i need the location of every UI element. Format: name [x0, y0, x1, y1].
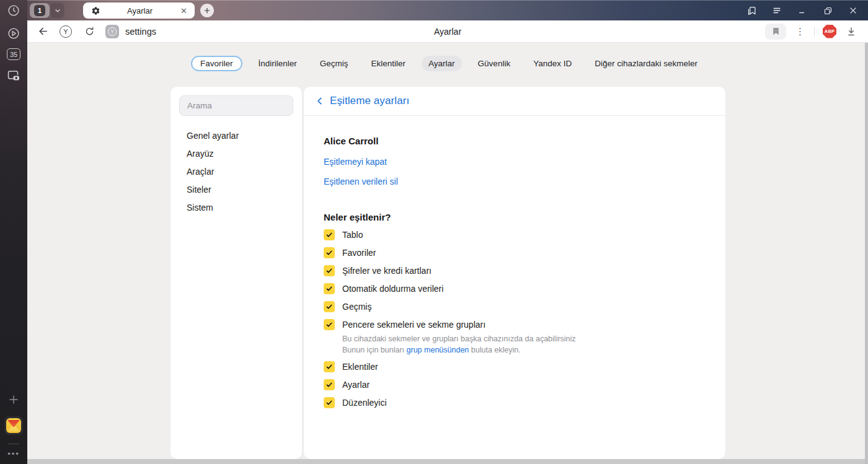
close-window-icon[interactable] [848, 5, 859, 16]
checkbox-checked-icon[interactable] [324, 301, 335, 312]
yandex-search-icon[interactable]: Y [60, 25, 72, 38]
nav-tab-guvenlik[interactable]: Güvenlik [471, 56, 518, 71]
sidebar-item-araclar[interactable]: Araçlar [170, 162, 302, 180]
checkbox-checked-icon[interactable] [324, 361, 335, 372]
restore-icon[interactable] [822, 5, 833, 16]
sync-header-back[interactable]: Eşitleme ayarları [304, 87, 725, 116]
sync-option-pencere-sekmeleri[interactable]: Pencere sekmeleri ve sekme grupları [324, 319, 706, 330]
extensions-menu-icon[interactable]: ⋮ [794, 27, 806, 36]
sync-option-description: Bu cihazdaki sekmeler ve grupları başka … [342, 333, 706, 356]
checkbox-checked-icon[interactable] [324, 247, 335, 258]
new-tab-button[interactable] [200, 4, 214, 17]
more-icon[interactable]: ••• [7, 449, 20, 458]
checkbox-checked-icon[interactable] [324, 283, 335, 294]
nav-tab-yandex-id[interactable]: Yandex ID [526, 56, 578, 71]
toolbar-separator [814, 27, 815, 37]
scrollbar[interactable] [865, 43, 868, 464]
address-bar-url[interactable]: settings [125, 27, 156, 37]
nav-tab-favoriler[interactable]: Favoriler [191, 56, 242, 71]
rail-divider [8, 444, 19, 444]
settings-top-nav: Favoriler İndirilenler Geçmiş Eklentiler… [27, 56, 868, 71]
sync-option-sifreler[interactable]: Şifreler ve kredi kartları [324, 265, 706, 276]
yandex-mail-icon[interactable] [4, 416, 23, 435]
sync-settings-panel: Eşitleme ayarları Alice Carroll Eşitleme… [304, 87, 725, 459]
tab-ayarlar[interactable]: Ayarlar ✕ [83, 2, 195, 19]
checkbox-checked-icon[interactable] [324, 229, 335, 240]
sync-items-heading: Neler eşitlenir? [324, 212, 706, 222]
sync-option-otomatik-doldurma[interactable]: Otomatik doldurma verileri [324, 283, 706, 294]
nav-tab-diger-cihazlar[interactable]: Diğer cihazlardaki sekmeler [588, 56, 704, 71]
group-menu-link[interactable]: grup menüsünden [407, 346, 469, 354]
titlebar: 1 Ayarlar ✕ [27, 0, 868, 20]
page-favicon: Y [105, 25, 119, 38]
close-icon[interactable]: ✕ [179, 6, 188, 15]
window-bottom-edge [27, 459, 868, 464]
nav-tab-eklentiler[interactable]: Eklentiler [365, 56, 413, 71]
disable-sync-link[interactable]: Eşitlemeyi kapat [324, 157, 706, 167]
checkbox-checked-icon[interactable] [324, 397, 335, 408]
gear-icon [91, 6, 100, 15]
bookmark-icon[interactable] [765, 24, 786, 40]
delete-synced-data-link[interactable]: Eşitlenen verileri sil [324, 177, 706, 186]
address-toolbar: Y Y settings Ayarlar ⋮ ABP [27, 20, 868, 43]
tab-group-count: 1 [34, 5, 45, 16]
sidebar-item-siteler[interactable]: Siteler [170, 180, 302, 198]
history-clock-icon[interactable] [6, 2, 22, 19]
sync-option-eklentiler[interactable]: Eklentiler [324, 361, 706, 372]
checkbox-checked-icon[interactable] [324, 265, 335, 276]
account-name: Alice Carroll [324, 136, 706, 146]
sync-option-tablo[interactable]: Tablo [324, 229, 706, 240]
play-media-icon[interactable] [6, 25, 22, 42]
nav-tab-ayarlar[interactable]: Ayarlar [422, 56, 462, 71]
abp-extension-icon[interactable]: ABP [823, 25, 836, 38]
sync-option-gecmis[interactable]: Geçmiş [324, 301, 706, 312]
sync-option-duzenleyici[interactable]: Düzenleyici [324, 397, 706, 408]
tab-group-button[interactable]: 1 [30, 3, 50, 18]
minimize-icon[interactable] [797, 5, 808, 16]
sidebar-item-arayuz[interactable]: Arayüz [170, 144, 302, 162]
bookmarks-panel-icon[interactable] [746, 5, 757, 16]
add-panel-icon[interactable] [6, 392, 22, 408]
checkbox-checked-icon[interactable] [324, 379, 335, 390]
back-icon[interactable] [35, 25, 51, 37]
sync-option-favoriler[interactable]: Favoriler [324, 247, 706, 258]
checkbox-checked-icon[interactable] [324, 319, 335, 330]
menu-icon[interactable] [771, 5, 782, 16]
nav-tab-gecmis[interactable]: Geçmiş [313, 56, 355, 71]
settings-sidebar: Genel ayarlar Arayüz Araçlar Siteler Sis… [170, 87, 302, 459]
browser-side-rail: 35 ••• [0, 0, 27, 464]
sync-title: Eşitleme ayarları [330, 95, 409, 107]
back-chevron-icon [316, 97, 324, 105]
refresh-icon[interactable] [82, 26, 97, 37]
screenshot-icon[interactable] [6, 68, 22, 84]
tab-title: Ayarlar [100, 6, 179, 15]
sidebar-item-sistem[interactable]: Sistem [170, 198, 302, 216]
settings-page: Favoriler İndirilenler Geçmiş Eklentiler… [27, 43, 868, 464]
search-input[interactable] [179, 95, 293, 116]
sync-option-ayarlar[interactable]: Ayarlar [324, 379, 706, 390]
chevron-down-icon[interactable] [51, 3, 64, 18]
nav-tab-indirilenler[interactable]: İndirilenler [252, 56, 304, 71]
download-icon[interactable] [844, 26, 858, 37]
tab-counter-badge[interactable]: 35 [7, 48, 20, 60]
sidebar-item-genel-ayarlar[interactable]: Genel ayarlar [170, 126, 302, 144]
